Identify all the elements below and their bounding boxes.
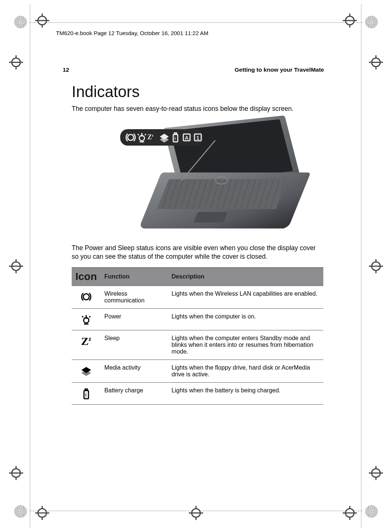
table-row: Media activity Lights when the floppy dr… (72, 360, 323, 383)
registration-mark-icon (365, 16, 378, 28)
crop-line-right (361, 4, 361, 528)
sleep-icon: Zz (81, 335, 91, 347)
svg-rect-5 (174, 133, 177, 134)
crosshair-icon (345, 16, 355, 25)
desc-cell: Lights when the Wireless LAN capabilitie… (168, 286, 323, 308)
crosshair-icon (37, 16, 47, 25)
wireless-icon (125, 131, 131, 143)
crosshair-icon (345, 508, 355, 518)
func-cell: Battery charge (101, 383, 168, 405)
func-cell: Power (101, 308, 168, 330)
callout-leader-line (178, 140, 218, 181)
table-row: Battery charge Lights when the battery i… (72, 383, 323, 405)
func-cell: Media activity (101, 360, 168, 383)
table-row: Wireless communication Lights when the W… (72, 286, 323, 308)
media-icon (158, 131, 165, 143)
svg-rect-15 (85, 389, 87, 391)
func-cell: Wireless communication (101, 286, 168, 308)
svg-marker-13 (81, 370, 91, 376)
crosshair-icon (11, 468, 21, 478)
wireless-icon (80, 290, 92, 302)
power-icon (80, 313, 92, 325)
desc-cell: Lights when the floppy drive, hard disk … (168, 360, 323, 383)
crosshair-icon (11, 57, 21, 67)
svg-point-0 (128, 134, 134, 140)
table-row: Zz Sleep Lights when the computer enters… (72, 330, 323, 360)
file-header-text: TM620-e.book Page 12 Tuesday, October 16… (56, 30, 208, 36)
registration-mark-icon (14, 505, 27, 518)
desc-cell: Lights when the computer enters Standby … (168, 330, 323, 360)
crosshair-icon (11, 261, 21, 271)
registration-mark-icon (14, 16, 27, 28)
chapter-title: Getting to know your TravelMate (235, 66, 324, 73)
desc-cell: Lights when the battery is being charged… (168, 383, 323, 405)
media-icon (80, 364, 92, 376)
svg-point-10 (83, 294, 89, 300)
svg-text:1: 1 (196, 135, 199, 141)
svg-text:A: A (185, 135, 189, 141)
crop-line-top (29, 22, 363, 23)
mid-paragraph: The Power and Sleep status icons are vis… (72, 244, 324, 261)
indicators-table: Icon Function Description Wireless commu… (72, 267, 323, 405)
page-number: 12 (63, 66, 69, 73)
crop-line-left (30, 4, 30, 528)
func-cell: Sleep (101, 330, 168, 360)
sleep-icon: Zz (147, 133, 154, 141)
col-function: Function (101, 267, 168, 286)
col-description: Description (168, 267, 323, 286)
table-row: Power Lights when the computer is on. (72, 308, 323, 330)
crosshair-icon (371, 261, 381, 271)
power-icon (136, 131, 143, 143)
laptop-figure: Zz A 1 (89, 119, 298, 233)
crosshair-icon (371, 57, 381, 67)
crosshair-icon (37, 508, 47, 518)
section-title: Indicators (72, 83, 324, 101)
crosshair-icon (191, 508, 201, 518)
battery-icon (80, 387, 92, 399)
svg-rect-4 (173, 134, 178, 142)
intro-paragraph: The computer has seven easy-to-read stat… (72, 105, 324, 113)
svg-rect-14 (84, 391, 88, 399)
col-icon: Icon (72, 267, 101, 286)
crosshair-icon (371, 468, 381, 478)
desc-cell: Lights when the computer is on. (168, 308, 323, 330)
registration-mark-icon (365, 505, 378, 518)
battery-icon (169, 131, 176, 143)
callout-target-circle (215, 176, 228, 184)
page-header: 12 Getting to know your TravelMate (63, 66, 324, 75)
